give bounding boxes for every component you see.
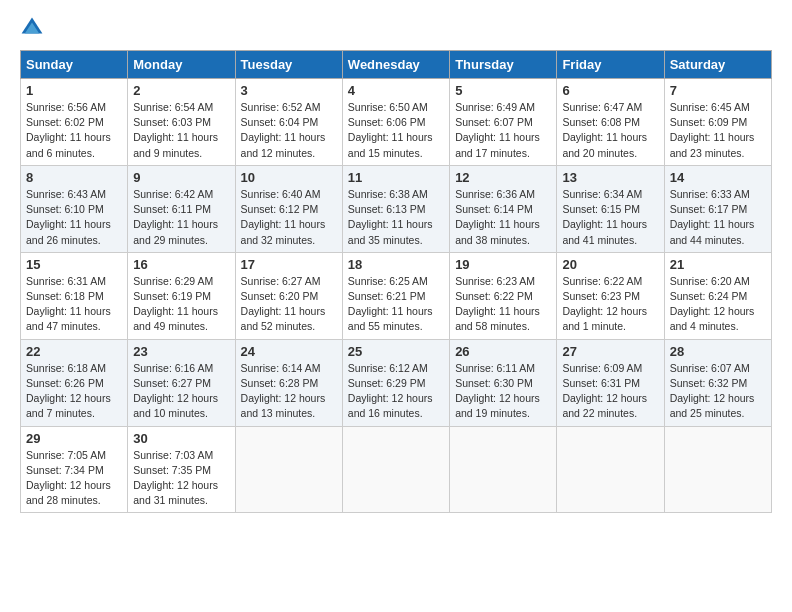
day-info: Sunrise: 6:12 AM Sunset: 6:29 PM Dayligh… <box>348 361 444 422</box>
day-info: Sunrise: 7:03 AM Sunset: 7:35 PM Dayligh… <box>133 448 229 509</box>
calendar-cell: 14Sunrise: 6:33 AM Sunset: 6:17 PM Dayli… <box>664 165 771 252</box>
calendar-header-row: SundayMondayTuesdayWednesdayThursdayFrid… <box>21 51 772 79</box>
column-header-friday: Friday <box>557 51 664 79</box>
calendar-cell: 22Sunrise: 6:18 AM Sunset: 6:26 PM Dayli… <box>21 339 128 426</box>
day-info: Sunrise: 6:40 AM Sunset: 6:12 PM Dayligh… <box>241 187 337 248</box>
calendar-cell: 4Sunrise: 6:50 AM Sunset: 6:06 PM Daylig… <box>342 79 449 166</box>
calendar-cell: 7Sunrise: 6:45 AM Sunset: 6:09 PM Daylig… <box>664 79 771 166</box>
day-info: Sunrise: 6:11 AM Sunset: 6:30 PM Dayligh… <box>455 361 551 422</box>
calendar-week-row: 8Sunrise: 6:43 AM Sunset: 6:10 PM Daylig… <box>21 165 772 252</box>
day-number: 11 <box>348 170 444 185</box>
day-number: 14 <box>670 170 766 185</box>
calendar-cell: 10Sunrise: 6:40 AM Sunset: 6:12 PM Dayli… <box>235 165 342 252</box>
day-number: 5 <box>455 83 551 98</box>
day-number: 7 <box>670 83 766 98</box>
day-number: 24 <box>241 344 337 359</box>
day-info: Sunrise: 6:07 AM Sunset: 6:32 PM Dayligh… <box>670 361 766 422</box>
day-info: Sunrise: 6:38 AM Sunset: 6:13 PM Dayligh… <box>348 187 444 248</box>
day-info: Sunrise: 6:16 AM Sunset: 6:27 PM Dayligh… <box>133 361 229 422</box>
day-info: Sunrise: 6:47 AM Sunset: 6:08 PM Dayligh… <box>562 100 658 161</box>
calendar-cell: 24Sunrise: 6:14 AM Sunset: 6:28 PM Dayli… <box>235 339 342 426</box>
logo-icon <box>20 16 44 40</box>
day-number: 3 <box>241 83 337 98</box>
day-info: Sunrise: 6:09 AM Sunset: 6:31 PM Dayligh… <box>562 361 658 422</box>
day-number: 9 <box>133 170 229 185</box>
day-number: 12 <box>455 170 551 185</box>
day-number: 6 <box>562 83 658 98</box>
calendar-cell: 17Sunrise: 6:27 AM Sunset: 6:20 PM Dayli… <box>235 252 342 339</box>
day-number: 19 <box>455 257 551 272</box>
calendar-cell: 25Sunrise: 6:12 AM Sunset: 6:29 PM Dayli… <box>342 339 449 426</box>
day-number: 15 <box>26 257 122 272</box>
day-info: Sunrise: 6:43 AM Sunset: 6:10 PM Dayligh… <box>26 187 122 248</box>
calendar-cell: 15Sunrise: 6:31 AM Sunset: 6:18 PM Dayli… <box>21 252 128 339</box>
column-header-monday: Monday <box>128 51 235 79</box>
day-number: 22 <box>26 344 122 359</box>
calendar-week-row: 22Sunrise: 6:18 AM Sunset: 6:26 PM Dayli… <box>21 339 772 426</box>
calendar-table: SundayMondayTuesdayWednesdayThursdayFrid… <box>20 50 772 513</box>
day-number: 2 <box>133 83 229 98</box>
day-info: Sunrise: 6:45 AM Sunset: 6:09 PM Dayligh… <box>670 100 766 161</box>
calendar-cell: 11Sunrise: 6:38 AM Sunset: 6:13 PM Dayli… <box>342 165 449 252</box>
calendar-cell: 28Sunrise: 6:07 AM Sunset: 6:32 PM Dayli… <box>664 339 771 426</box>
day-info: Sunrise: 6:22 AM Sunset: 6:23 PM Dayligh… <box>562 274 658 335</box>
calendar-cell: 27Sunrise: 6:09 AM Sunset: 6:31 PM Dayli… <box>557 339 664 426</box>
calendar-cell <box>235 426 342 513</box>
day-info: Sunrise: 6:42 AM Sunset: 6:11 PM Dayligh… <box>133 187 229 248</box>
day-number: 10 <box>241 170 337 185</box>
calendar-cell: 16Sunrise: 6:29 AM Sunset: 6:19 PM Dayli… <box>128 252 235 339</box>
calendar-cell: 20Sunrise: 6:22 AM Sunset: 6:23 PM Dayli… <box>557 252 664 339</box>
day-number: 30 <box>133 431 229 446</box>
column-header-thursday: Thursday <box>450 51 557 79</box>
column-header-saturday: Saturday <box>664 51 771 79</box>
calendar-cell: 2Sunrise: 6:54 AM Sunset: 6:03 PM Daylig… <box>128 79 235 166</box>
day-number: 25 <box>348 344 444 359</box>
calendar-cell: 3Sunrise: 6:52 AM Sunset: 6:04 PM Daylig… <box>235 79 342 166</box>
day-info: Sunrise: 7:05 AM Sunset: 7:34 PM Dayligh… <box>26 448 122 509</box>
day-number: 1 <box>26 83 122 98</box>
calendar-cell: 9Sunrise: 6:42 AM Sunset: 6:11 PM Daylig… <box>128 165 235 252</box>
logo <box>20 16 44 40</box>
day-info: Sunrise: 6:49 AM Sunset: 6:07 PM Dayligh… <box>455 100 551 161</box>
calendar-cell: 23Sunrise: 6:16 AM Sunset: 6:27 PM Dayli… <box>128 339 235 426</box>
day-info: Sunrise: 6:34 AM Sunset: 6:15 PM Dayligh… <box>562 187 658 248</box>
day-info: Sunrise: 6:33 AM Sunset: 6:17 PM Dayligh… <box>670 187 766 248</box>
calendar-cell: 8Sunrise: 6:43 AM Sunset: 6:10 PM Daylig… <box>21 165 128 252</box>
day-info: Sunrise: 6:52 AM Sunset: 6:04 PM Dayligh… <box>241 100 337 161</box>
day-number: 26 <box>455 344 551 359</box>
calendar-cell: 30Sunrise: 7:03 AM Sunset: 7:35 PM Dayli… <box>128 426 235 513</box>
day-number: 21 <box>670 257 766 272</box>
day-info: Sunrise: 6:27 AM Sunset: 6:20 PM Dayligh… <box>241 274 337 335</box>
calendar-cell: 1Sunrise: 6:56 AM Sunset: 6:02 PM Daylig… <box>21 79 128 166</box>
day-number: 13 <box>562 170 658 185</box>
day-info: Sunrise: 6:54 AM Sunset: 6:03 PM Dayligh… <box>133 100 229 161</box>
calendar-cell <box>342 426 449 513</box>
day-info: Sunrise: 6:18 AM Sunset: 6:26 PM Dayligh… <box>26 361 122 422</box>
column-header-wednesday: Wednesday <box>342 51 449 79</box>
day-info: Sunrise: 6:20 AM Sunset: 6:24 PM Dayligh… <box>670 274 766 335</box>
column-header-sunday: Sunday <box>21 51 128 79</box>
calendar-week-row: 29Sunrise: 7:05 AM Sunset: 7:34 PM Dayli… <box>21 426 772 513</box>
day-number: 29 <box>26 431 122 446</box>
day-info: Sunrise: 6:25 AM Sunset: 6:21 PM Dayligh… <box>348 274 444 335</box>
calendar-week-row: 15Sunrise: 6:31 AM Sunset: 6:18 PM Dayli… <box>21 252 772 339</box>
calendar-cell <box>557 426 664 513</box>
day-number: 28 <box>670 344 766 359</box>
calendar-cell <box>450 426 557 513</box>
day-info: Sunrise: 6:36 AM Sunset: 6:14 PM Dayligh… <box>455 187 551 248</box>
calendar-cell: 26Sunrise: 6:11 AM Sunset: 6:30 PM Dayli… <box>450 339 557 426</box>
day-number: 27 <box>562 344 658 359</box>
calendar-cell: 12Sunrise: 6:36 AM Sunset: 6:14 PM Dayli… <box>450 165 557 252</box>
day-info: Sunrise: 6:31 AM Sunset: 6:18 PM Dayligh… <box>26 274 122 335</box>
day-info: Sunrise: 6:50 AM Sunset: 6:06 PM Dayligh… <box>348 100 444 161</box>
day-info: Sunrise: 6:29 AM Sunset: 6:19 PM Dayligh… <box>133 274 229 335</box>
calendar-cell <box>664 426 771 513</box>
day-number: 17 <box>241 257 337 272</box>
calendar-cell: 19Sunrise: 6:23 AM Sunset: 6:22 PM Dayli… <box>450 252 557 339</box>
page-header <box>20 16 772 40</box>
day-number: 8 <box>26 170 122 185</box>
day-number: 23 <box>133 344 229 359</box>
day-info: Sunrise: 6:23 AM Sunset: 6:22 PM Dayligh… <box>455 274 551 335</box>
day-info: Sunrise: 6:14 AM Sunset: 6:28 PM Dayligh… <box>241 361 337 422</box>
day-number: 16 <box>133 257 229 272</box>
